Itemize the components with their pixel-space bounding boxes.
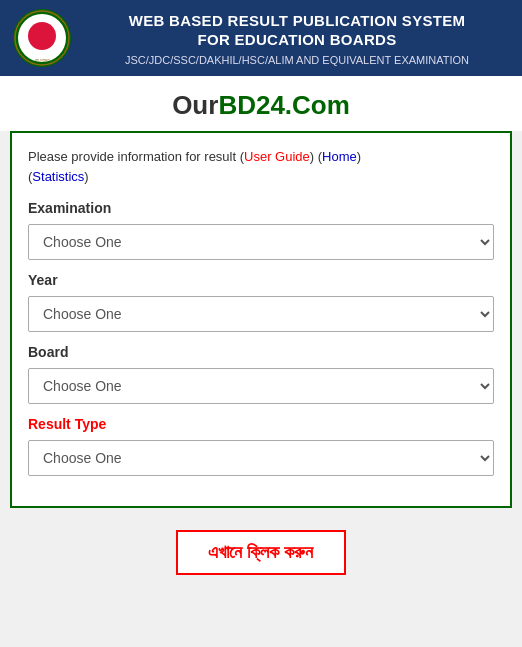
logo: বাংলাদেশ bbox=[12, 8, 72, 68]
header-subtitle: JSC/JDC/SSC/DAKHIL/HSC/ALIM AND EQUIVALE… bbox=[84, 54, 510, 66]
result-type-select[interactable]: Choose One bbox=[28, 440, 494, 476]
svg-text:বাংলাদেশ: বাংলাদেশ bbox=[35, 58, 50, 63]
board-label: Board bbox=[28, 344, 494, 360]
click-button-container: এখানে ক্লিক করুন bbox=[0, 522, 522, 589]
header-title: WEB BASED RESULT PUBLICATION SYSTEM FOR … bbox=[84, 11, 510, 50]
result-type-label: Result Type bbox=[28, 416, 494, 432]
svg-point-2 bbox=[28, 22, 56, 50]
brand-bd: BD24 bbox=[218, 90, 284, 120]
home-link[interactable]: Home bbox=[322, 149, 357, 164]
form-container: Please provide information for result (U… bbox=[10, 131, 512, 508]
board-select[interactable]: Choose One bbox=[28, 368, 494, 404]
year-select[interactable]: Choose One bbox=[28, 296, 494, 332]
statistics-link[interactable]: Statistics bbox=[32, 169, 84, 184]
brand-title: OurBD24.Com bbox=[172, 90, 350, 120]
result-type-group: Result Type Choose One bbox=[28, 416, 494, 476]
year-label: Year bbox=[28, 272, 494, 288]
board-group: Board Choose One bbox=[28, 344, 494, 404]
click-here-button[interactable]: এখানে ক্লিক করুন bbox=[176, 530, 345, 575]
examination-label: Examination bbox=[28, 200, 494, 216]
header: বাংলাদেশ WEB BASED RESULT PUBLICATION SY… bbox=[0, 0, 522, 76]
user-guide-link[interactable]: User Guide bbox=[244, 149, 310, 164]
brand-our: Our bbox=[172, 90, 218, 120]
header-text: WEB BASED RESULT PUBLICATION SYSTEM FOR … bbox=[84, 11, 510, 66]
year-group: Year Choose One bbox=[28, 272, 494, 332]
brand-bar: OurBD24.Com bbox=[0, 76, 522, 131]
info-text: Please provide information for result (U… bbox=[28, 147, 494, 186]
examination-group: Examination Choose One bbox=[28, 200, 494, 260]
examination-select[interactable]: Choose One bbox=[28, 224, 494, 260]
brand-com: .Com bbox=[285, 90, 350, 120]
